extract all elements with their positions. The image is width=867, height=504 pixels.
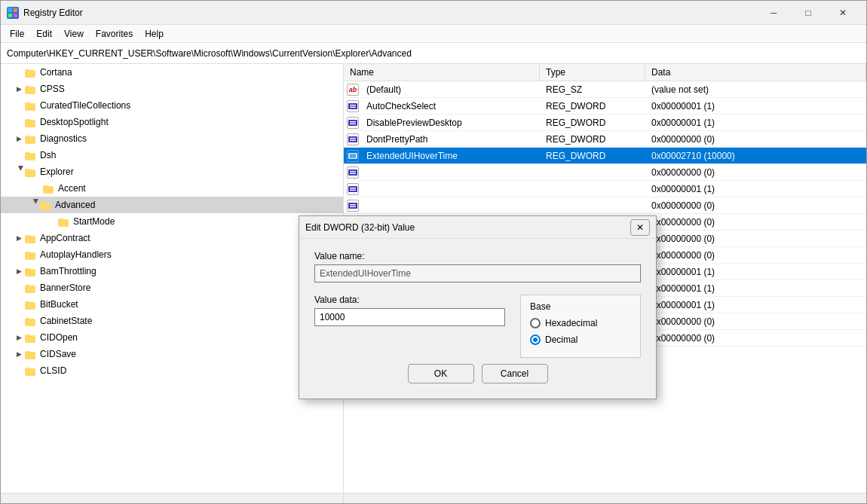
tree-item-cabinetstate[interactable]: CabinetState (1, 313, 343, 329)
value-name-input[interactable] (314, 264, 641, 283)
address-path: Computer\HKEY_CURRENT_USER\Software\Micr… (7, 48, 412, 59)
tree-item-clsid[interactable]: CLSID (1, 362, 343, 379)
expand-icon (13, 249, 25, 261)
tree-item-autoplay[interactable]: AutoplayHandlers (1, 246, 343, 263)
value-name-cell: ab (Default) (344, 83, 540, 96)
value-data: 0x00000000 (0) (645, 315, 721, 328)
edit-dword-dialog: Edit DWORD (32-bit) Value ✕ Value name: … (299, 215, 657, 399)
tree-item-bamthrottling[interactable]: ▶ BamThrottling (1, 263, 343, 279)
value-name-cell (344, 200, 540, 212)
tree-item-advanced[interactable]: ▶ Advanced (1, 197, 343, 213)
value-data: 0x00000000 (0) (645, 331, 721, 345)
value-type (540, 188, 645, 191)
tree-item-bannerstore[interactable]: BannerStore (1, 279, 343, 296)
value-data: 0x00000000 (0) (645, 215, 721, 229)
tree-label: CabinetState (40, 316, 92, 326)
value-row-6[interactable]: 0x00000000 (0) (344, 164, 866, 181)
expand-icon (46, 215, 58, 228)
folder-icon (25, 282, 37, 294)
value-row-default[interactable]: ab (Default) REG_SZ (value not set) (344, 81, 866, 98)
base-label: Base (530, 301, 631, 312)
tree-item-curatedtile[interactable]: CuratedTileCollections (1, 97, 343, 114)
close-button[interactable]: ✕ (826, 1, 860, 25)
reg-dword-icon (347, 166, 359, 179)
header-name[interactable]: Name (344, 64, 540, 81)
tree-item-desktopspotlight[interactable]: DesktopSpotlight (1, 114, 343, 130)
window-controls: ─ □ ✕ (756, 1, 860, 25)
value-row-disablepreviewdesktop[interactable]: DisablePreviewDesktop REG_DWORD 0x000000… (344, 115, 866, 131)
dialog-titlebar: Edit DWORD (32-bit) Value ✕ (299, 216, 656, 239)
menu-favorites[interactable]: Favorites (90, 27, 139, 41)
value-name-cell (344, 183, 540, 195)
tree-item-cidsave[interactable]: ▶ CIDSave (1, 346, 343, 362)
tree-label: AppContract (40, 233, 90, 243)
maximize-button[interactable]: □ (791, 1, 826, 25)
tree-label: Cortana (40, 67, 72, 78)
dialog-close-button[interactable]: ✕ (630, 219, 650, 236)
address-bar: Computer\HKEY_CURRENT_USER\Software\Micr… (1, 43, 866, 64)
decimal-radio[interactable] (530, 334, 541, 345)
value-name: DontPrettyPath (360, 133, 434, 146)
tree-item-dsh[interactable]: Dsh (1, 147, 343, 163)
value-type: REG_DWORD (540, 99, 645, 113)
value-data: 0x00000000 (0) (645, 249, 721, 262)
value-data: 0x00000000 (0) (645, 166, 721, 179)
value-data: (value not set) (645, 83, 866, 96)
value-row-8[interactable]: 0x00000000 (0) (344, 197, 866, 214)
hexadecimal-label: Hexadecimal (545, 318, 597, 328)
value-name-cell: DisablePreviewDesktop (344, 116, 540, 130)
registry-tree[interactable]: Cortana ▶ CPSS CuratedTileCollections De… (1, 64, 344, 493)
tree-item-startmode[interactable]: StartMode (1, 213, 343, 230)
svg-rect-2 (8, 14, 12, 17)
reg-dword-icon (347, 117, 359, 129)
folder-icon (25, 315, 37, 327)
value-name (360, 171, 372, 174)
value-row-dontprettypath[interactable]: DontPrettyPath REG_DWORD 0x00000000 (0) (344, 131, 866, 148)
dialog-buttons: OK Cancel (314, 358, 641, 386)
tree-item-appcontract[interactable]: ▶ AppContract (1, 230, 343, 246)
hexadecimal-radio[interactable] (530, 318, 541, 328)
ok-button[interactable]: OK (408, 364, 474, 383)
value-name-label: Value name: (314, 251, 641, 261)
registry-editor-window: Registry Editor ─ □ ✕ File Edit View Fav… (0, 0, 867, 504)
menu-edit[interactable]: Edit (30, 27, 58, 41)
hexadecimal-radio-row[interactable]: Hexadecimal (530, 318, 631, 328)
value-data: 0x00000001 (1) (645, 182, 721, 196)
header-type[interactable]: Type (540, 64, 645, 81)
value-type: REG_DWORD (540, 116, 645, 130)
menu-file[interactable]: File (4, 27, 30, 41)
decimal-radio-row[interactable]: Decimal (530, 334, 631, 345)
value-row-extendeduihovertime[interactable]: ExtendedUIHoverTime REG_DWORD 0x00002710… (344, 148, 866, 164)
expand-icon: ▶ (13, 331, 25, 344)
header-data[interactable]: Data (645, 64, 866, 81)
value-data-input[interactable] (314, 308, 505, 326)
tree-item-accent[interactable]: Accent (1, 180, 343, 197)
menu-view[interactable]: View (58, 27, 90, 41)
reg-dword-icon (347, 183, 359, 195)
tree-item-cidopen[interactable]: ▶ CIDOpen (1, 329, 343, 346)
folder-icon (25, 83, 37, 95)
expand-icon (13, 99, 25, 111)
cancel-button[interactable]: Cancel (482, 364, 548, 383)
value-name: (Default) (360, 83, 407, 96)
tree-label: Dsh (40, 150, 56, 160)
expand-icon (31, 182, 43, 194)
tree-item-bitbucket[interactable]: BitBucket (1, 296, 343, 313)
folder-icon (25, 133, 37, 145)
value-row-autocheckselect[interactable]: AutoCheckSelect REG_DWORD 0x00000001 (1) (344, 98, 866, 115)
value-row-7[interactable]: 0x00000001 (1) (344, 181, 866, 197)
left-scrollbar-area (1, 493, 344, 503)
decimal-label: Decimal (545, 334, 577, 345)
menu-help[interactable]: Help (139, 27, 170, 41)
folder-icon (25, 232, 37, 244)
tree-item-cortana[interactable]: Cortana (1, 64, 343, 81)
expand-icon: ▶ (28, 199, 40, 211)
tree-label: Advanced (55, 200, 95, 210)
tree-item-cpss[interactable]: ▶ CPSS (1, 81, 343, 97)
tree-item-explorer[interactable]: ▶ Explorer (1, 163, 343, 180)
expand-icon: ▶ (13, 83, 25, 95)
folder-icon (43, 182, 55, 194)
minimize-button[interactable]: ─ (756, 1, 791, 25)
tree-item-diagnostics[interactable]: ▶ Diagnostics (1, 130, 343, 147)
expand-icon: ▶ (13, 232, 25, 244)
